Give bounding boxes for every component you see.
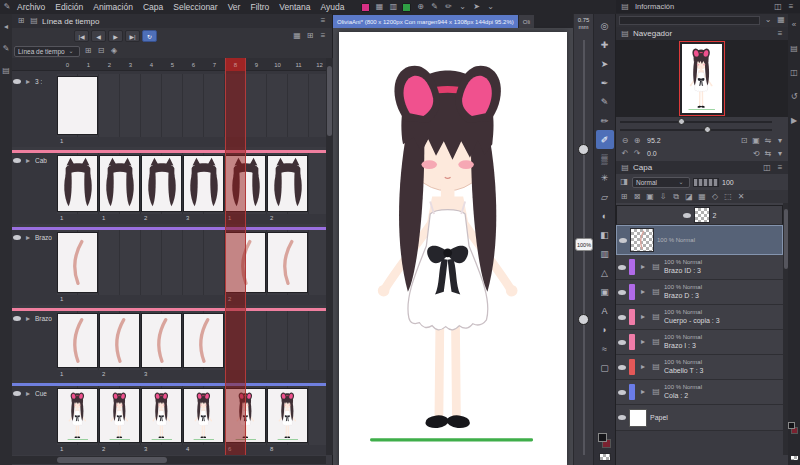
collapse-panels-icon[interactable]: «	[789, 20, 799, 30]
frame-ruler-cell[interactable]: 0	[57, 58, 78, 71]
panel-grid-icon[interactable]: ⊞	[16, 16, 26, 26]
scrollbar-thumb[interactable]	[57, 457, 167, 463]
onion-skin-icon[interactable]: ▦	[292, 31, 302, 41]
blend-tool[interactable]: ◐	[596, 206, 614, 225]
layer-expand-arrow[interactable]: ▸	[638, 362, 648, 372]
frame-ruler-cell[interactable]: 10	[267, 58, 288, 71]
operation-tool[interactable]: ➤	[596, 54, 614, 73]
timeline-cel[interactable]	[57, 313, 98, 368]
layer-row-papel[interactable]: Papel	[616, 405, 783, 431]
create-mask-icon[interactable]: ◪	[684, 192, 694, 202]
track-visibility-toggle[interactable]	[13, 391, 21, 396]
timeline-cel[interactable]	[183, 313, 224, 368]
fit-to-screen-icon[interactable]: ⊡	[739, 136, 749, 146]
timeline-cel[interactable]	[57, 155, 98, 212]
menu-animacion[interactable]: Animación	[88, 0, 138, 14]
navigator-zoom-slider[interactable]	[620, 118, 772, 126]
new-folder-icon[interactable]: ▣	[645, 192, 655, 202]
frame-ruler-cell[interactable]: 3	[120, 58, 141, 71]
main-color-swatch[interactable]	[788, 422, 795, 429]
track-visibility-toggle[interactable]	[13, 79, 21, 84]
track-expand-arrow[interactable]: ▸	[23, 314, 33, 324]
timeline-cel[interactable]	[141, 313, 182, 368]
timeline-cel[interactable]	[183, 388, 224, 443]
navigator-view-rect[interactable]	[679, 41, 725, 116]
timeline-cel[interactable]	[141, 155, 182, 212]
fill-tool[interactable]: ◧	[596, 225, 614, 244]
track-visibility-toggle[interactable]	[13, 158, 21, 163]
timeline-playhead[interactable]	[225, 58, 246, 455]
timeline-cel[interactable]	[57, 76, 98, 135]
slider-knob[interactable]	[704, 126, 711, 133]
new-raster-layer-icon[interactable]: ⊞	[619, 192, 629, 202]
main-color-swatch[interactable]	[598, 433, 607, 442]
pen-icon[interactable]: ✎	[429, 2, 439, 12]
play-button[interactable]: ▶	[108, 30, 123, 42]
timeline-cel[interactable]	[267, 232, 308, 293]
frame-ruler-cell[interactable]: 6	[183, 58, 204, 71]
layer-expand-arrow[interactable]: ▸	[638, 312, 648, 322]
actual-size-icon[interactable]: ▣	[751, 136, 761, 146]
apply-mask-icon[interactable]: ▦	[697, 192, 707, 202]
layer-visibility-toggle[interactable]	[683, 213, 691, 218]
flip-horizontal-icon[interactable]: ⇋	[763, 136, 773, 146]
balloon-tool[interactable]: ◗	[596, 320, 614, 339]
transfer-down-icon[interactable]: ⇩	[658, 192, 668, 202]
document-tab-active[interactable]: OliviaAni* (800 x 1200px Con margen944 x…	[333, 15, 518, 28]
two-pane-icon[interactable]: ⬚	[723, 192, 733, 202]
menu-edicion[interactable]: Edición	[50, 0, 88, 14]
rotate-cw-icon[interactable]: ↷	[632, 149, 642, 159]
navigator-rotate-menu-icon[interactable]: ▾	[775, 149, 785, 159]
timeline-cel[interactable]	[99, 388, 140, 443]
layer-dock-icon[interactable]: ◫	[762, 163, 772, 173]
timeline-cel[interactable]	[183, 155, 224, 212]
timeline-cel[interactable]	[99, 313, 140, 368]
layer-row-brazo-id-3[interactable]: ▸▤100 % NormalBrazo ID : 3	[616, 255, 783, 280]
timeline-cel[interactable]	[57, 232, 98, 293]
layer-expand-arrow[interactable]: ▸	[638, 337, 648, 347]
new-timeline-icon[interactable]: ⊞	[83, 46, 93, 56]
timeline-menu-icon[interactable]: ≡	[318, 31, 328, 41]
frame-ruler[interactable]: 0123456789101112	[12, 58, 326, 71]
light-table-tool[interactable]: ▢	[596, 358, 614, 377]
transparent-color-swatch[interactable]	[790, 455, 799, 461]
layer-visibility-toggle[interactable]	[619, 238, 627, 243]
frame-border-tool[interactable]: ▣	[596, 282, 614, 301]
pencil-tool[interactable]: ✏	[596, 111, 614, 130]
navigator-menu-icon[interactable]: ≡	[775, 29, 785, 39]
frame-ruler-cell[interactable]: 9	[246, 58, 267, 71]
layer-visibility-toggle[interactable]	[618, 390, 626, 395]
pen-tool[interactable]: ✎	[596, 92, 614, 111]
layer-visibility-toggle[interactable]	[618, 265, 626, 270]
delete-layer-icon[interactable]: ✕	[736, 192, 746, 202]
main-color-swatch[interactable]	[361, 3, 370, 12]
blend-mode-select[interactable]: Normal ⌄	[632, 177, 690, 188]
history-panel-icon[interactable]: ↺	[789, 92, 799, 102]
transparent-color-swatch[interactable]	[599, 453, 611, 461]
timeline-select[interactable]: Línea de tiempo ⌄	[14, 46, 80, 57]
layer-expand-arrow[interactable]: ▸	[638, 387, 648, 397]
menu-seleccionar[interactable]: Seleccionar	[168, 0, 222, 14]
layer-row-cabello-t-3[interactable]: ▸▤100 % NormalCabello T : 3	[616, 355, 783, 380]
frame-ruler-cell[interactable]: 12	[309, 58, 326, 71]
slider-knob[interactable]	[678, 118, 685, 125]
new-track-icon[interactable]: ⊞	[305, 31, 315, 41]
previous-frame-button[interactable]: ◀	[91, 30, 106, 42]
layer-expand-arrow[interactable]: ▸	[638, 287, 648, 297]
zoom-out-icon[interactable]: ⊖	[620, 136, 630, 146]
navigator-rotate-slider[interactable]	[620, 126, 772, 134]
lock-layer-icon[interactable]: ◇	[710, 192, 720, 202]
palette-dock-icon[interactable]: ▤	[1, 66, 11, 76]
frame-ruler-cell[interactable]: 11	[288, 58, 309, 71]
layer-thumbnail[interactable]	[629, 409, 647, 427]
grid-icon[interactable]: ▦	[374, 2, 384, 12]
line-correction-tool[interactable]: ≈	[596, 339, 614, 358]
track-visibility-toggle[interactable]	[13, 235, 21, 240]
menu-filtro[interactable]: Filtro	[245, 0, 274, 14]
opacity-slider[interactable]	[693, 178, 719, 187]
info-grid-icon[interactable]: ▦	[776, 15, 786, 25]
reset-rotation-icon[interactable]: ⟲	[751, 149, 761, 159]
layer-thumbnail[interactable]	[630, 228, 654, 252]
track-expand-arrow[interactable]: ▸	[23, 77, 33, 87]
magnifier-tool[interactable]: ◎	[596, 16, 614, 35]
